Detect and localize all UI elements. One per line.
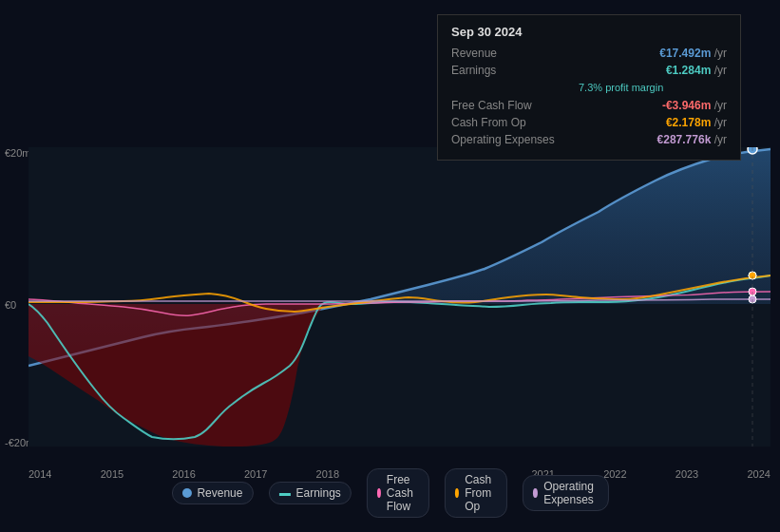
legend: Revenue Earnings Free Cash Flow Cash Fro… — [171, 468, 608, 518]
legend-item[interactable]: Earnings — [268, 482, 351, 504]
legend-item[interactable]: Revenue — [171, 482, 253, 504]
tooltip-row: Earnings €1.284m /yr — [451, 64, 727, 77]
legend-dot — [377, 488, 381, 498]
x-axis-label: 2014 — [29, 468, 51, 480]
tooltip-box: Sep 30 2024 Revenue €17.492m /yr Earning… — [437, 14, 741, 161]
tooltip-row-value: €2.178m /yr — [666, 116, 727, 129]
x-axis-label: 2024 — [747, 468, 770, 480]
chart-svg — [29, 147, 770, 446]
legend-item[interactable]: Operating Expenses — [523, 475, 609, 511]
tooltip-row-label: Revenue — [451, 47, 575, 60]
tooltip-row: Free Cash Flow -€3.946m /yr — [451, 99, 727, 112]
tooltip-row-label: Cash From Op — [451, 116, 575, 129]
tooltip-row: Revenue €17.492m /yr — [451, 47, 727, 60]
tooltip-row: Operating Expenses €287.776k /yr — [451, 133, 727, 146]
tooltip-row-value: €1.284m /yr — [666, 64, 727, 77]
legend-label: Operating Expenses — [543, 480, 598, 506]
tooltip-row-value: -€3.946m /yr — [662, 99, 727, 112]
legend-label: Cash From Op — [465, 473, 497, 513]
legend-label: Free Cash Flow — [387, 473, 419, 513]
tooltip-row-label: Free Cash Flow — [451, 99, 575, 112]
legend-label: Revenue — [197, 486, 242, 500]
tooltip-row-value: €287.776k /yr — [657, 133, 727, 146]
legend-dot — [455, 488, 459, 498]
legend-dot — [533, 488, 538, 498]
y-axis-zero: €0 — [5, 299, 16, 311]
legend-item[interactable]: Cash From Op — [445, 468, 507, 518]
x-axis-label: 2015 — [101, 468, 124, 480]
chart-container: Sep 30 2024 Revenue €17.492m /yr Earning… — [0, 0, 780, 532]
tooltip-date: Sep 30 2024 — [451, 25, 727, 39]
legend-label: Earnings — [295, 486, 340, 500]
tooltip-row-label: Earnings — [451, 64, 575, 77]
tooltip-sub: 7.3% profit margin — [579, 82, 663, 93]
x-axis-label: 2023 — [675, 468, 698, 480]
legend-item[interactable]: Free Cash Flow — [367, 468, 429, 518]
y-axis-top: €20m — [5, 147, 31, 159]
tooltip-row: Cash From Op €2.178m /yr — [451, 116, 727, 129]
legend-dot — [278, 493, 290, 496]
legend-dot — [181, 488, 191, 498]
tooltip-row-value: €17.492m /yr — [659, 47, 727, 60]
tooltip-row-label: Operating Expenses — [451, 133, 575, 146]
